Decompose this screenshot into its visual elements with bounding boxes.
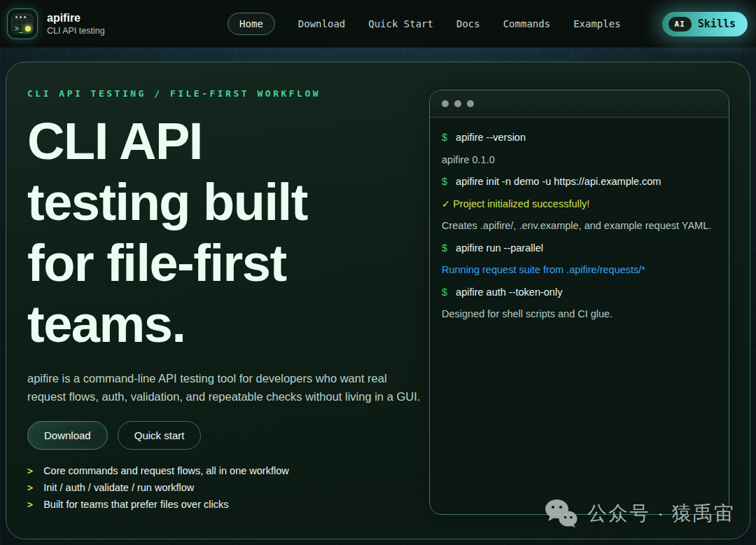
terminal-command-line: $apifire init -n demo -u https://api.exa… [442, 176, 717, 189]
terminal-command-line: $apifire auth --token-only [442, 287, 717, 300]
nav-item-home[interactable]: Home [227, 13, 275, 35]
prompt-symbol: $ [442, 287, 447, 298]
prompt-symbol: $ [442, 242, 447, 254]
terminal-info-line: Running request suite from .apifire/requ… [442, 264, 717, 277]
nav-item-docs[interactable]: Docs [456, 18, 480, 29]
command-text: apifire init -n demo -u https://api.exam… [456, 176, 661, 187]
bullet-text: Core commands and request flows, all in … [43, 465, 289, 476]
bullet-text: Init / auth / validate / run workflow [43, 482, 194, 493]
skills-label: Skills [698, 18, 736, 30]
terminal-window: $apifire --version apifire 0.1.0 $apifir… [429, 90, 729, 515]
command-text: apifire auth --token-only [456, 287, 562, 298]
chevron-bullet-icon: > [27, 465, 33, 476]
list-item: > Built for teams that prefer files over… [27, 499, 423, 510]
terminal-command-line: $apifire run --parallel [442, 242, 717, 256]
nav-item-commands[interactable]: Commands [503, 18, 550, 29]
window-dot-icon [442, 100, 449, 107]
window-dot-icon [454, 100, 461, 107]
brand-name: apifire [47, 12, 105, 25]
window-dot-icon [467, 100, 474, 107]
hero-card: CLI API TESTING / FILE-FIRST WORKFLOW CL… [6, 62, 750, 539]
output-text: apifire 0.1.0 [442, 154, 495, 165]
command-text: apifire --version [456, 132, 526, 143]
cta-row: Download Quick start [27, 421, 423, 450]
feature-bullet-list: > Core commands and request flows, all i… [27, 465, 423, 510]
ai-skills-button[interactable]: AI Skills [662, 12, 748, 36]
bullet-text: Built for teams that prefer files over c… [43, 499, 228, 510]
terminal-body: $apifire --version apifire 0.1.0 $apifir… [430, 118, 729, 345]
prompt-glyph: >_ [15, 25, 23, 32]
top-navbar: >_ apifire CLI API testing Home Download… [0, 0, 756, 48]
wechat-icon [545, 499, 578, 528]
nav-item-quick-start[interactable]: Quick Start [368, 18, 433, 29]
list-item: > Init / auth / validate / run workflow [27, 482, 423, 493]
prompt-symbol: $ [442, 132, 447, 143]
brand-logo[interactable]: >_ [7, 8, 38, 39]
nav-item-download[interactable]: Download [298, 18, 345, 29]
hero-left-column: CLI API TESTING / FILE-FIRST WORKFLOW CL… [27, 88, 423, 510]
output-text: Creates .apifire/, .env.example, and exa… [442, 220, 711, 231]
ai-badge: AI [668, 17, 692, 32]
terminal-output-line: Creates .apifire/, .env.example, and exa… [442, 220, 717, 233]
page-background: CLI API TESTING / FILE-FIRST WORKFLOW CL… [0, 48, 756, 545]
hero-eyebrow: CLI API TESTING / FILE-FIRST WORKFLOW [27, 88, 423, 99]
chevron-bullet-icon: > [27, 499, 33, 510]
info-text: Running request suite from .apifire/requ… [442, 264, 645, 275]
chevron-bullet-icon: > [27, 482, 33, 493]
watermark-text: 公众号 · 猿禹宙 [587, 500, 735, 527]
quick-start-button[interactable]: Quick start [118, 421, 202, 450]
terminal-logo-icon: >_ [11, 13, 34, 34]
terminal-output-line: apifire 0.1.0 [442, 154, 717, 167]
logo-glow-dot-icon [25, 26, 31, 32]
nav-item-examples[interactable]: Examples [573, 18, 620, 29]
download-button[interactable]: Download [27, 421, 108, 450]
logo-window-dots-icon [15, 16, 26, 18]
terminal-success-line: ✓ Project initialized successfully! [442, 198, 717, 212]
brand-tagline: CLI API testing [47, 26, 105, 36]
watermark: 公众号 · 猿禹宙 [545, 499, 735, 528]
command-text: apifire run --parallel [456, 242, 543, 254]
terminal-titlebar [430, 90, 729, 118]
prompt-symbol: $ [442, 176, 447, 187]
output-text: Designed for shell scripts and CI glue. [442, 308, 612, 319]
list-item: > Core commands and request flows, all i… [27, 465, 423, 476]
main-nav: Home Download Quick Start Docs Commands … [227, 12, 749, 36]
hero-description: apifire is a command-line API testing to… [27, 369, 423, 406]
terminal-output-line: Designed for shell scripts and CI glue. [442, 308, 717, 322]
brand-text: apifire CLI API testing [47, 12, 105, 36]
hero-title: CLI API testing built for file-first tea… [27, 111, 423, 354]
terminal-command-line: $apifire --version [442, 132, 717, 145]
success-text: ✓ Project initialized successfully! [442, 198, 589, 209]
